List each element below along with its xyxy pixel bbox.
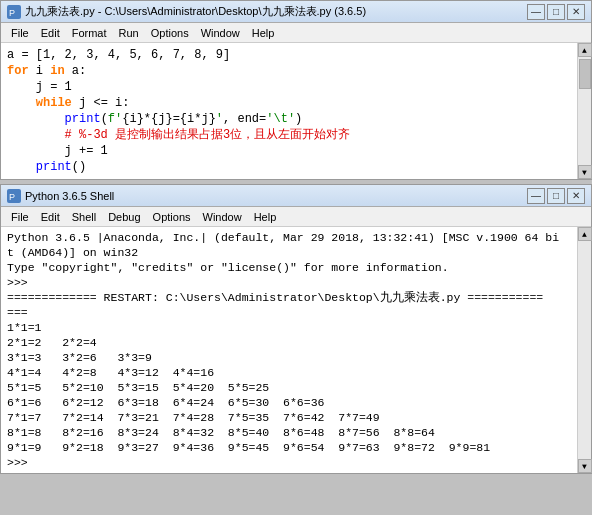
editor-scroll-thumb[interactable] xyxy=(579,59,591,89)
shell-menu-options[interactable]: Options xyxy=(147,210,197,224)
shell-title-text: Python 3.6.5 Shell xyxy=(25,190,114,202)
editor-icon: P xyxy=(7,5,21,19)
shell-menu-file[interactable]: File xyxy=(5,210,35,224)
editor-title-text: 九九乘法表.py - C:\Users\Administrator\Deskto… xyxy=(25,4,366,19)
shell-window: P Python 3.6.5 Shell — □ ✕ File Edit She… xyxy=(0,184,592,474)
shell-minimize-btn[interactable]: — xyxy=(527,188,545,204)
shell-line-3: Type "copyright", "credits" or "license(… xyxy=(7,260,571,275)
shell-scrollbar[interactable]: ▲ ▼ xyxy=(577,227,591,473)
editor-menu-bar: File Edit Format Run Options Window Help xyxy=(1,23,591,43)
code-line-4: while j <= i: xyxy=(7,95,571,111)
editor-title-left: P 九九乘法表.py - C:\Users\Administrator\Desk… xyxy=(7,4,366,19)
editor-window: P 九九乘法表.py - C:\Users\Administrator\Desk… xyxy=(0,0,592,180)
shell-line-9: 4*1=4 4*2=8 4*3=12 4*4=16 xyxy=(7,365,571,380)
editor-close-btn[interactable]: ✕ xyxy=(567,4,585,20)
shell-line-10: 5*1=5 5*2=10 5*3=15 5*4=20 5*5=25 xyxy=(7,380,571,395)
editor-minimize-btn[interactable]: — xyxy=(527,4,545,20)
svg-text:P: P xyxy=(9,192,15,202)
shell-scroll-up[interactable]: ▲ xyxy=(578,227,592,241)
code-line-1: a = [1, 2, 3, 4, 5, 6, 7, 8, 9] xyxy=(7,47,571,63)
shell-line-11: 6*1=6 6*2=12 6*3=18 6*4=24 6*5=30 6*6=36 xyxy=(7,395,571,410)
shell-line-6: 1*1=1 xyxy=(7,320,571,335)
shell-menu-shell[interactable]: Shell xyxy=(66,210,102,224)
shell-wrapper: Python 3.6.5 |Anaconda, Inc.| (default, … xyxy=(1,227,591,473)
editor-scroll-up[interactable]: ▲ xyxy=(578,43,592,57)
code-line-2: for i in a: xyxy=(7,63,571,79)
editor-menu-file[interactable]: File xyxy=(5,26,35,40)
editor-wrapper: a = [1, 2, 3, 4, 5, 6, 7, 8, 9] for i in… xyxy=(1,43,591,179)
code-line-6: # %-3d 是控制输出结果占据3位，且从左面开始对齐 xyxy=(7,127,571,143)
shell-menu-edit[interactable]: Edit xyxy=(35,210,66,224)
shell-line-14: 9*1=9 9*2=18 9*3=27 9*4=36 9*5=45 9*6=54… xyxy=(7,440,571,455)
editor-code-area[interactable]: a = [1, 2, 3, 4, 5, 6, 7, 8, 9] for i in… xyxy=(1,43,577,179)
shell-controls: — □ ✕ xyxy=(527,188,585,204)
code-line-8: print() xyxy=(7,159,571,175)
editor-scroll-down[interactable]: ▼ xyxy=(578,165,592,179)
shell-title-bar: P Python 3.6.5 Shell — □ ✕ xyxy=(1,185,591,207)
editor-menu-help[interactable]: Help xyxy=(246,26,281,40)
editor-menu-run[interactable]: Run xyxy=(113,26,145,40)
shell-menu-bar: File Edit Shell Debug Options Window Hel… xyxy=(1,207,591,227)
shell-menu-window[interactable]: Window xyxy=(197,210,248,224)
code-line-7: j += 1 xyxy=(7,143,571,159)
code-line-5: print(f'{i}*{j}={i*j}', end='\t') xyxy=(7,111,571,127)
editor-controls: — □ ✕ xyxy=(527,4,585,20)
editor-title-bar: P 九九乘法表.py - C:\Users\Administrator\Desk… xyxy=(1,1,591,23)
editor-menu-window[interactable]: Window xyxy=(195,26,246,40)
shell-line-2: t (AMD64)] on win32 xyxy=(7,245,571,260)
shell-restart-line: ============= RESTART: C:\Users\Administ… xyxy=(7,290,571,305)
shell-scroll-down[interactable]: ▼ xyxy=(578,459,592,473)
shell-line-4: >>> xyxy=(7,275,571,290)
editor-menu-edit[interactable]: Edit xyxy=(35,26,66,40)
shell-output[interactable]: Python 3.6.5 |Anaconda, Inc.| (default, … xyxy=(1,227,577,473)
editor-maximize-btn[interactable]: □ xyxy=(547,4,565,20)
shell-title-left: P Python 3.6.5 Shell xyxy=(7,189,114,203)
shell-line-8: 3*1=3 3*2=6 3*3=9 xyxy=(7,350,571,365)
shell-line-1: Python 3.6.5 |Anaconda, Inc.| (default, … xyxy=(7,230,571,245)
shell-menu-help[interactable]: Help xyxy=(248,210,283,224)
shell-menu-debug[interactable]: Debug xyxy=(102,210,146,224)
editor-scrollbar[interactable]: ▲ ▼ xyxy=(577,43,591,179)
shell-prompt: >>> xyxy=(7,455,571,470)
svg-text:P: P xyxy=(9,8,15,18)
shell-icon: P xyxy=(7,189,21,203)
shell-line-5: === xyxy=(7,305,571,320)
editor-menu-format[interactable]: Format xyxy=(66,26,113,40)
shell-maximize-btn[interactable]: □ xyxy=(547,188,565,204)
shell-line-7: 2*1=2 2*2=4 xyxy=(7,335,571,350)
shell-line-13: 8*1=8 8*2=16 8*3=24 8*4=32 8*5=40 8*6=48… xyxy=(7,425,571,440)
shell-line-12: 7*1=7 7*2=14 7*3=21 7*4=28 7*5=35 7*6=42… xyxy=(7,410,571,425)
shell-close-btn[interactable]: ✕ xyxy=(567,188,585,204)
editor-menu-options[interactable]: Options xyxy=(145,26,195,40)
code-line-3: j = 1 xyxy=(7,79,571,95)
